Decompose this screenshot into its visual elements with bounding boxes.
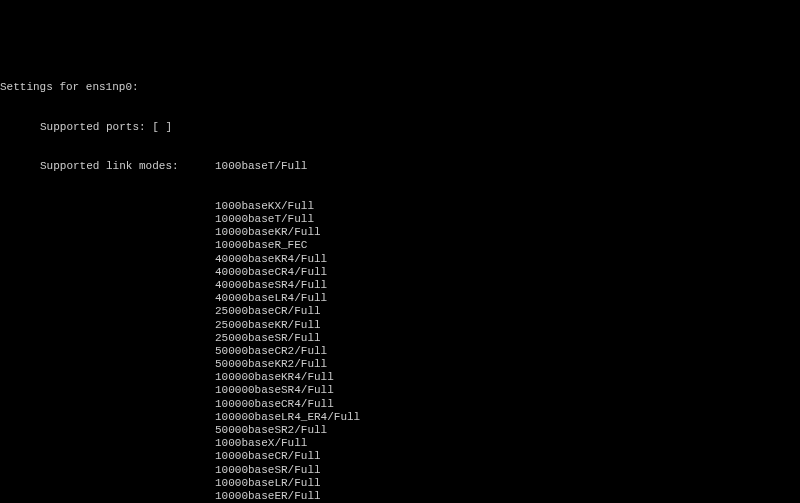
link-mode-item: 40000baseKR4/Full bbox=[0, 253, 800, 266]
link-mode-item: 100000baseSR4/Full bbox=[0, 384, 800, 397]
supported-ports-line: Supported ports: [ ] bbox=[0, 121, 800, 134]
link-mode-item: 1000baseT/Full bbox=[215, 160, 307, 173]
link-mode-item: 40000baseLR4/Full bbox=[0, 292, 800, 305]
link-mode-item: 50000baseCR2/Full bbox=[0, 345, 800, 358]
link-mode-item: 100000baseCR4/Full bbox=[0, 398, 800, 411]
supported-link-modes-first: Supported link modes:1000baseT/Full bbox=[0, 160, 800, 173]
link-mode-item: 25000baseCR/Full bbox=[0, 305, 800, 318]
settings-header: Settings for ens1np0: bbox=[0, 81, 800, 94]
link-mode-item: 50000baseSR2/Full bbox=[0, 424, 800, 437]
link-mode-item: 10000baseR_FEC bbox=[0, 239, 800, 252]
link-mode-item: 100000baseLR4_ER4/Full bbox=[0, 411, 800, 424]
link-mode-item: 40000baseSR4/Full bbox=[0, 279, 800, 292]
link-mode-item: 25000baseKR/Full bbox=[0, 319, 800, 332]
link-mode-item: 10000baseLR/Full bbox=[0, 477, 800, 490]
link-mode-item: 25000baseSR/Full bbox=[0, 332, 800, 345]
link-modes-label: Supported link modes: bbox=[0, 160, 215, 173]
link-mode-item: 1000baseX/Full bbox=[0, 437, 800, 450]
link-mode-item: 40000baseCR4/Full bbox=[0, 266, 800, 279]
link-mode-item: 10000baseSR/Full bbox=[0, 464, 800, 477]
link-mode-item: 10000baseCR/Full bbox=[0, 450, 800, 463]
link-mode-item: 50000baseKR2/Full bbox=[0, 358, 800, 371]
link-mode-item: 10000baseT/Full bbox=[0, 213, 800, 226]
link-modes-list: 1000baseKX/Full10000baseT/Full10000baseK… bbox=[0, 200, 800, 503]
link-mode-item: 10000baseKR/Full bbox=[0, 226, 800, 239]
link-mode-item: 1000baseKX/Full bbox=[0, 200, 800, 213]
link-mode-item: 100000baseKR4/Full bbox=[0, 371, 800, 384]
link-mode-item: 10000baseER/Full bbox=[0, 490, 800, 503]
terminal-output: Settings for ens1np0: Supported ports: [… bbox=[0, 53, 800, 503]
